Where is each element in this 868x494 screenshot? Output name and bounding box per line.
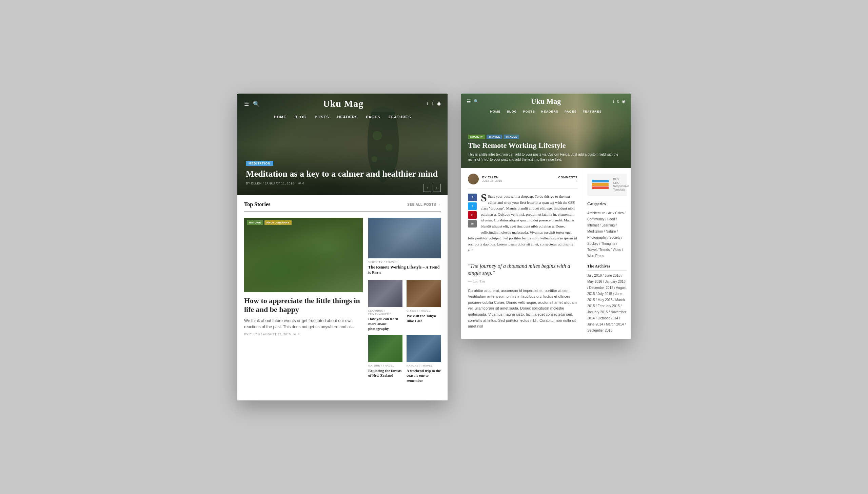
author-date: JULY 18, 2015 (482, 179, 555, 183)
menu-posts[interactable]: POSTS (315, 115, 329, 119)
cafe-story-title: We visit the Tokyo Bike Café (407, 313, 441, 323)
badge-photography: PHOTOGRAPHY (265, 221, 292, 225)
story-forest: NATURE / TRAVEL Exploring the forests of… (368, 335, 403, 383)
right-nav-left: ☰ 🔍 (466, 99, 479, 104)
article-quote-attribution: — Lao Tzu (468, 279, 577, 283)
menu-blog[interactable]: BLOG (294, 115, 307, 119)
right-menu-bar: HOME BLOG POSTS HEADERS PAGES FEATURES (461, 108, 631, 115)
right-menu-posts[interactable]: POSTS (523, 110, 535, 113)
story-photography: LEARNING / PHOTOGRAPHY How you can learn… (368, 280, 403, 331)
right-menu-blog[interactable]: BLOG (506, 110, 517, 113)
featured-story-author: BY ELLEN / AUGUST 22, 2015 (244, 332, 291, 336)
hero-headline: Meditation as a key to a calmer and heal… (246, 169, 439, 179)
four-stories-grid: LEARNING / PHOTOGRAPHY How you can learn… (368, 280, 441, 383)
forest-story-title: Exploring the forests of New Zealand (368, 368, 403, 378)
featured-story-image: NATURE PHOTOGRAPHY (244, 218, 363, 292)
right-hero-badges: SOCIETY TRAVEL TRAVEL (468, 135, 624, 139)
coast-story-title: A weekend trip to the coast is one to re… (407, 368, 441, 383)
facebook-share-button[interactable]: f (468, 194, 477, 201)
instagram-icon[interactable]: ◉ (437, 101, 441, 107)
article-main: BY ELLEN JULY 18, 2015 COMMENTS 4 f t P … (461, 168, 583, 339)
right-menu-pages[interactable]: PAGES (564, 110, 577, 113)
hero-author-date: BY ELLEN / JANUARY 11, 2015 (246, 182, 294, 185)
categories-list: Architecture / Art / Cities / Community … (587, 210, 626, 259)
right-facebook-icon[interactable]: f (613, 99, 614, 104)
hero-section: ☰ 🔍 Uku Mag f 𝕥 ◉ HOME BLOG POSTS HEADER… (237, 94, 447, 195)
right-menu-features[interactable]: FEATURES (583, 110, 602, 113)
right-hero-subtext: This is a little intro text you can add … (468, 152, 624, 162)
article-sidebar: BUY UKU Responsive Template → Categories… (583, 168, 631, 339)
right-menu-headers[interactable]: HEADERS (541, 110, 558, 113)
right-screenshot: ☰ 🔍 Uku Mag f 𝕥 ◉ HOME BLOG POSTS HEADER… (461, 94, 631, 339)
featured-story-comments: 4 (298, 332, 300, 336)
archives-list: July 2016 / June 2016 / May 2016 / Janua… (587, 272, 626, 334)
top-stories-title: Top Stories (244, 202, 270, 208)
right-badge-travel2: TRAVEL (503, 135, 519, 139)
right-hamburger-icon[interactable]: ☰ (466, 99, 471, 104)
article-body-text: SStart your post with a dropcap. To do t… (468, 194, 577, 253)
forest-story-image (368, 335, 403, 362)
buy-uku-layers-graphic (590, 176, 610, 193)
twitter-share-button[interactable]: t (468, 203, 477, 210)
right-search-icon[interactable]: 🔍 (474, 99, 479, 104)
hero-category-badge: MEDITATION (246, 161, 273, 166)
email-share-button[interactable]: ✉ (468, 220, 477, 228)
right-badge-society: SOCIETY (468, 135, 485, 139)
right-menu-home[interactable]: HOME (490, 110, 500, 113)
buy-uku-text-block: BUY UKU Responsive Template (613, 178, 629, 192)
buy-uku-label: BUY UKU Responsive Template (613, 178, 629, 192)
story-cafe: CITIES / TRAVEL We visit the Tokyo Bike … (407, 280, 441, 331)
cafe-story-categories: CITIES / TRAVEL (407, 309, 441, 312)
menu-features[interactable]: FEATURES (389, 115, 411, 119)
right-stories-column: SOCIETY / TRAVEL The Remote Working Life… (368, 218, 441, 383)
prev-arrow[interactable]: ‹ (423, 184, 431, 192)
right-twitter-icon[interactable]: 𝕥 (617, 99, 619, 104)
menu-pages[interactable]: PAGES (366, 115, 381, 119)
hero-meta: BY ELLEN / JANUARY 11, 2015 ✉ 4 (246, 182, 439, 185)
article-body-continuation: Curabitur arcu erat, accumsan id imperdi… (468, 288, 577, 329)
photography-story-categories: LEARNING / PHOTOGRAPHY (368, 309, 403, 315)
story-badges: NATURE PHOTOGRAPHY (247, 221, 292, 225)
article-content-area: f t P ✉ SStart your post with a dropcap.… (468, 194, 577, 258)
featured-story-headline: How to appreciate the little things in l… (244, 296, 363, 314)
right-instagram-icon[interactable]: ◉ (622, 99, 625, 104)
article-pullquote: "The journey of a thousand miles begins … (468, 263, 577, 277)
left-screenshot: ☰ 🔍 Uku Mag f 𝕥 ◉ HOME BLOG POSTS HEADER… (237, 94, 447, 400)
featured-story-meta: BY ELLEN / AUGUST 22, 2015 ✉ 4 (244, 332, 363, 336)
hero-nav-left: ☰ 🔍 (244, 101, 260, 107)
buy-uku-box[interactable]: BUY UKU Responsive Template → (587, 174, 626, 196)
comments-count: 4 (558, 179, 578, 183)
forest-story-categories: NATURE / TRAVEL (368, 364, 403, 367)
hero-content: MEDITATION Meditation as a key to a calm… (246, 160, 439, 185)
svg-rect-5 (592, 183, 609, 186)
main-content: Top Stories SEE ALL POSTS → NATURE PHOTO… (237, 195, 447, 400)
next-arrow[interactable]: › (433, 184, 441, 192)
twitter-icon[interactable]: 𝕥 (432, 101, 434, 107)
menu-home[interactable]: HOME (274, 115, 286, 119)
right-hero-content: SOCIETY TRAVEL TRAVEL The Remote Working… (468, 135, 624, 162)
cafe-story-image (407, 280, 441, 307)
buy-label-subtext: Responsive Template (613, 185, 629, 192)
remote-story-categories: SOCIETY / TRAVEL (368, 260, 441, 264)
facebook-icon[interactable]: f (427, 101, 428, 107)
comments-label: COMMENTS (558, 176, 578, 179)
remote-story-image (368, 218, 441, 258)
photography-story-image (368, 280, 403, 307)
remote-working-story: SOCIETY / TRAVEL The Remote Working Life… (368, 218, 441, 275)
hero-social-icons: f 𝕥 ◉ (427, 101, 441, 107)
svg-point-1 (373, 131, 382, 140)
featured-story: NATURE PHOTOGRAPHY How to appreciate the… (244, 218, 363, 394)
menu-headers[interactable]: HEADERS (337, 115, 358, 119)
hamburger-icon[interactable]: ☰ (244, 101, 249, 107)
author-section: BY ELLEN JULY 18, 2015 COMMENTS 4 (468, 174, 577, 189)
hero-navigation-arrows: ‹ › (423, 184, 441, 192)
coast-story-categories: NATURE / TRAVEL (407, 364, 441, 367)
svg-rect-4 (592, 187, 609, 189)
right-hero-section: ☰ 🔍 Uku Mag f 𝕥 ◉ HOME BLOG POSTS HEADER… (461, 94, 631, 168)
search-icon[interactable]: 🔍 (253, 101, 260, 107)
archives-section-title: The Archives (587, 264, 626, 270)
badge-nature: NATURE (247, 221, 263, 225)
see-all-posts-link[interactable]: SEE ALL POSTS → (407, 203, 441, 207)
author-info: BY ELLEN JULY 18, 2015 (482, 176, 555, 183)
pinterest-share-button[interactable]: P (468, 211, 477, 219)
